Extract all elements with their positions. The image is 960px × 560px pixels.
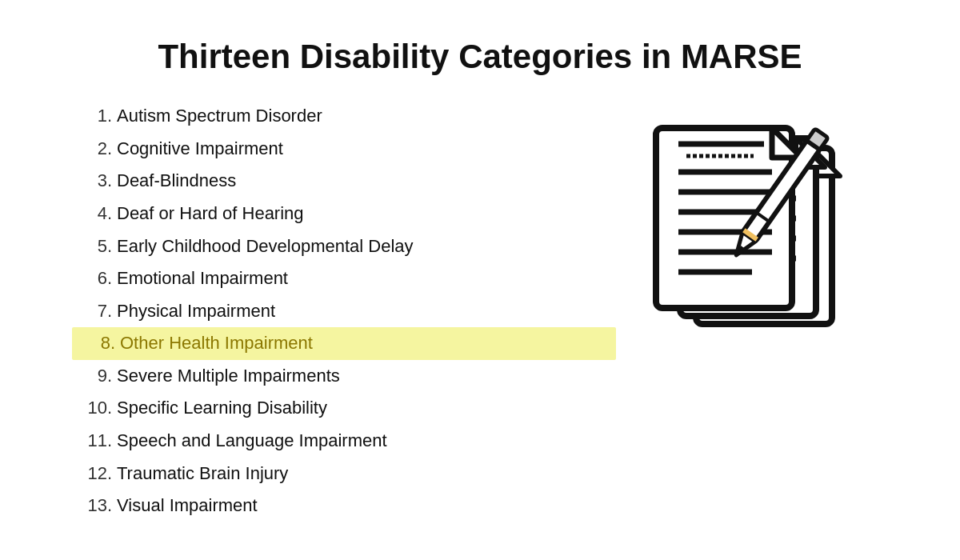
list-item-number: 3. (72, 170, 112, 193)
list-item: 13.Visual Impairment (72, 490, 616, 522)
list-item-number: 13. (72, 494, 112, 518)
list-item: 1.Autism Spectrum Disorder (72, 100, 616, 133)
main-container: Thirteen Disability Categories in MARSE … (40, 38, 920, 522)
list-item-label: Deaf-Blindness (117, 170, 236, 193)
list-item-label: Speech and Language Impairment (117, 430, 387, 453)
list-item: 6.Emotional Impairment (72, 262, 616, 295)
list-item: 2.Cognitive Impairment (72, 133, 616, 166)
list-item-label: Autism Spectrum Disorder (117, 105, 322, 128)
page-title: Thirteen Disability Categories in MARSE (40, 38, 920, 76)
list-item: 9.Severe Multiple Impairments (72, 360, 616, 393)
content-row: 1.Autism Spectrum Disorder2.Cognitive Im… (40, 100, 920, 522)
list-item-number: 4. (72, 202, 112, 226)
list-item: 5.Early Childhood Developmental Delay (72, 230, 616, 263)
list-item-number: 7. (72, 300, 112, 323)
disability-list: 1.Autism Spectrum Disorder2.Cognitive Im… (40, 100, 616, 522)
list-item-number: 6. (72, 267, 112, 290)
list-item-label: Traumatic Brain Injury (117, 462, 288, 486)
list-item-label: Cognitive Impairment (117, 138, 283, 161)
list-item-label: Emotional Impairment (117, 267, 288, 290)
icon-section (616, 100, 920, 396)
list-item-number: 9. (72, 365, 112, 388)
list-item: 3.Deaf-Blindness (72, 165, 616, 198)
list-item: 4.Deaf or Hard of Hearing (72, 198, 616, 230)
list-item: 11.Speech and Language Impairment (72, 425, 616, 458)
list-item-number: 10. (72, 397, 112, 420)
list-item-number: 12. (72, 462, 112, 486)
list-item-label: Early Childhood Developmental Delay (117, 235, 414, 258)
list-item: 10.Specific Learning Disability (72, 392, 616, 425)
list-item-number: 5. (72, 235, 112, 258)
list-item-label: Visual Impairment (117, 494, 258, 518)
list-item-label: Specific Learning Disability (117, 397, 327, 420)
list-item-number: 11. (72, 430, 112, 453)
list-item: 8.Other Health Impairment (72, 327, 616, 360)
list-item-number: 2. (72, 138, 112, 161)
list-item-label: Deaf or Hard of Hearing (117, 202, 304, 226)
documents-pencil-icon (648, 124, 888, 396)
list-item-number: 8. (75, 332, 115, 355)
list-item-label: Physical Impairment (117, 300, 275, 323)
list-item: 7.Physical Impairment (72, 295, 616, 328)
list-item-number: 1. (72, 105, 112, 128)
list-item-label: Other Health Impairment (120, 332, 313, 355)
list-item-label: Severe Multiple Impairments (117, 365, 340, 388)
list-item: 12.Traumatic Brain Injury (72, 458, 616, 490)
